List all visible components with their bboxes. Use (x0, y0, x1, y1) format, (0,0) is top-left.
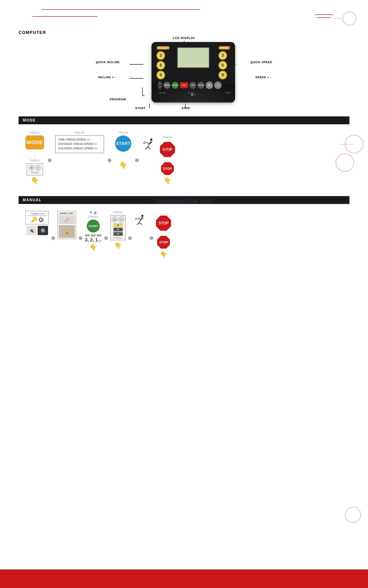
speed-plus-small[interactable]: + (29, 165, 34, 171)
quick-speed-6[interactable]: 6 (219, 61, 227, 69)
power-on-box: POWER ON 🔑 ⏻ (26, 211, 49, 224)
manual-step6: STOP STOP 👇 (156, 211, 171, 258)
manual-step4: PRESS + − 3 6 9 SPEED 👇 (110, 211, 126, 249)
v-dot-connector2 (123, 154, 123, 162)
mode-step1: PRESS MODE PRESS + − SPEED 👇 (26, 131, 44, 184)
speed-vert-plus[interactable]: + (112, 216, 118, 222)
mode-section-header: MODE (18, 116, 350, 124)
prog-line (142, 96, 145, 96)
bip-icons-row: ⏱ 🔊 (89, 211, 97, 214)
hand-pointer-m1: 👇 (90, 244, 97, 251)
lubrication-btn[interactable]: STOP (180, 82, 188, 88)
mode-step2: PRESS TIME: PRESS SPEED +/- DISTANCE: PR… (55, 131, 104, 153)
speed-panel-label: SPEED (29, 172, 41, 174)
manual-section-header: MANUAL (18, 196, 350, 204)
incline-up-btn[interactable] (157, 81, 162, 85)
running-figure-manual (134, 214, 147, 227)
speed-vert-panel: + − 3 6 9 SPEED (110, 215, 126, 240)
bip-label: BIP, BIP, BIP (85, 234, 102, 237)
running-figure-mode (142, 137, 156, 154)
v-dot-connector1 (35, 152, 35, 159)
timer-icon: ⏱ (89, 211, 92, 214)
plus-m5: ⊕ (149, 235, 154, 241)
quick-incline-3[interactable]: 3 (157, 51, 165, 60)
control-buttons-row: PROG START STOP TOP MODE + − (157, 81, 229, 90)
hand-pointer-m2: 👇 (114, 242, 122, 249)
mode-instructions-box: TIME: PRESS SPEED +/- DISTANCE: PRESS SP… (55, 135, 104, 153)
start-btn[interactable]: START (172, 82, 179, 89)
hand-pointer-3: 👇 (164, 177, 171, 184)
speed-vert-label: SPEED (112, 237, 124, 239)
mode-press-speed: PRESS (30, 159, 40, 162)
safety-key-label: SAFETY KEY (59, 212, 75, 215)
manual-instruction-row: POWER ON 🔑 ⏻ 🔌 ⚙️ ⊕ SAFETY KEY (18, 211, 350, 258)
svg-point-9 (142, 215, 144, 217)
top-btn[interactable]: TOP (189, 82, 196, 89)
mode-instruction-row: PRESS MODE PRESS + − SPEED 👇 (18, 131, 350, 184)
speed-num-row: 3 6 9 (112, 223, 124, 236)
stop-btn-manual-1[interactable]: STOP (156, 216, 171, 231)
safety-img-2: 🔒 (59, 225, 75, 238)
incline-down-btn[interactable] (157, 86, 162, 90)
incline-pm-line (129, 78, 143, 78)
manual-step5 (134, 211, 147, 227)
power-image-1: 🔌 (26, 226, 37, 235)
speed-minus-small[interactable]: − (35, 165, 41, 171)
console-box-wrapper: INCLINE 3 6 9 SPEED 3 6 9 (152, 42, 235, 102)
lubrication-sublabel: lubrication (187, 92, 195, 94)
incline-sublabel: INCLINE (159, 92, 166, 94)
svg-line-14 (139, 223, 142, 224)
quick-speed-9[interactable]: 9 (219, 71, 227, 79)
quick-speed-label: QUICK SPEED (250, 61, 272, 64)
plus-m4: ⊕ (128, 235, 132, 241)
speed-minus-btn[interactable]: − (214, 82, 221, 89)
mode-press-5: PRESS (162, 136, 172, 139)
stop-btn-manual-2[interactable]: STOP (157, 236, 170, 249)
mode-sub-speed: PRESS + − SPEED 👇 (27, 152, 43, 184)
plus-m3: ⊕ (104, 235, 108, 241)
svg-line-5 (147, 147, 151, 149)
manual-step3: ⏱ 🔊 PRESS START BIP, BIP, BIP 3, 2, 1...… (85, 211, 102, 251)
speed-sublabel: SPEED (225, 92, 231, 94)
quick-incline-line (129, 64, 143, 65)
start-button-large[interactable]: START (115, 135, 131, 152)
speed-plus-btn[interactable]: + (206, 82, 213, 89)
plus-m2: ⊕ (78, 235, 83, 241)
speed-num-3: 3 (113, 223, 123, 227)
mode-section: MODE PRESS MODE PRESS + − SPEED (18, 116, 350, 184)
mode-button-large[interactable]: MODE (26, 135, 44, 149)
stop-btn-mode-1[interactable]: STOP (160, 142, 175, 157)
safety-img-1: 🗝️ (59, 216, 75, 224)
svg-point-0 (150, 138, 152, 141)
speed-vert-minus[interactable]: − (118, 216, 124, 222)
left-quick-buttons: INCLINE 3 6 9 (157, 46, 170, 79)
svg-line-13 (137, 223, 139, 225)
bip-text: BIP, BIP, BIP 3, 2, 1... (85, 234, 102, 242)
start-label: START (135, 107, 146, 110)
plus-1: ⊕ (47, 157, 52, 163)
mode-sub-hand2: 👇 (119, 154, 127, 169)
svg-line-12 (139, 220, 141, 223)
computer-title: COMPUTER (18, 30, 350, 35)
quick-incline-9[interactable]: 9 (157, 71, 165, 79)
console-box: INCLINE 3 6 9 SPEED 3 6 9 (152, 42, 235, 102)
start-btn-manual[interactable]: START (87, 220, 100, 232)
stop-btn-mode-2[interactable]: STOP (161, 162, 174, 175)
quick-speed-3[interactable]: 3 (219, 51, 227, 60)
power-on-label: POWER ON (27, 212, 47, 216)
speed-num-6: 6 (113, 228, 123, 231)
program-label: PROGRAM (110, 98, 126, 101)
mode-press-2: PRESS (75, 131, 84, 134)
mode-press-3: PRESS (118, 131, 128, 134)
power-image-2: ⚙️ (37, 226, 48, 235)
mode-btn[interactable]: MODE (197, 82, 204, 89)
quick-incline-6[interactable]: 6 (157, 61, 165, 69)
speed-num-9: 9 (113, 232, 123, 236)
mode-instruction-2: DISTANCE: PRESS SPEED +/- (58, 142, 101, 146)
power-on-images: 🔌 ⚙️ (26, 226, 48, 235)
svg-line-11 (138, 218, 141, 220)
speed-label-pill: SPEED (219, 46, 230, 49)
prog-btn[interactable]: PROG (164, 82, 171, 89)
mode-stop-section: PRESS STOP STOP 👇 (160, 136, 175, 184)
lcd-screen (177, 47, 210, 68)
